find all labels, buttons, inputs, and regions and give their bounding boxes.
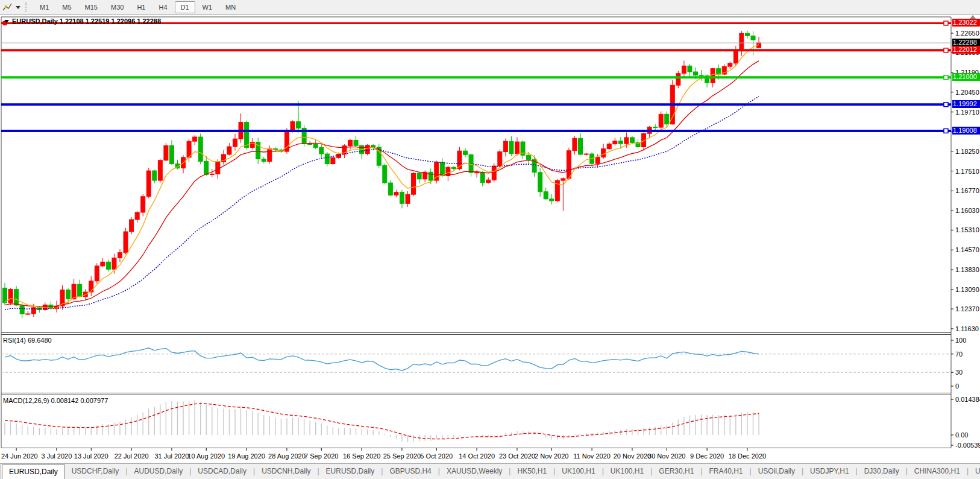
candle-body (653, 127, 658, 128)
timeframe-button-D1[interactable]: D1 (175, 1, 195, 13)
candle-body (618, 141, 623, 144)
candle-body (711, 69, 715, 83)
chart-tab-UK100-H1[interactable]: UK100,H1 (555, 464, 602, 479)
timeframe-button-M30[interactable]: M30 (105, 1, 130, 13)
candle-body (498, 152, 502, 167)
level-line-anchor (944, 48, 948, 52)
timeframe-toolbar: M1M5M15M30H1H4D1W1MN (0, 0, 980, 15)
chart-tab-USDCAD-Daily[interactable]: USDCAD,Daily (191, 464, 253, 479)
timeframe-button-M1[interactable]: M1 (34, 1, 55, 13)
price-tick-label: 1.21190 (955, 69, 979, 76)
chart-tab-USDCNH-Daily[interactable]: USDCNH,Daily (255, 464, 317, 479)
price-tick-label: 1.16030 (955, 207, 979, 214)
drawing-tool-button[interactable] (0, 0, 23, 14)
date-tick-label: 7 Sep 2020 (304, 452, 338, 460)
candle-body (550, 199, 554, 201)
chart-tab-UK100-H1[interactable]: UK100,H1 (604, 464, 650, 479)
candle-body (8, 290, 13, 303)
chart-tab-bar: EURUSD,DailyUSDCHF,Daily|AUDUSD,Daily|US… (0, 463, 980, 479)
candle-body (348, 140, 353, 145)
macd-signal-line (5, 404, 759, 439)
timeframe-button-M5[interactable]: M5 (56, 1, 77, 13)
candle-body (365, 145, 369, 154)
chevron-down-icon (16, 6, 20, 9)
chart-tab-DJ30-Daily[interactable]: DJ30,Daily (858, 464, 906, 479)
chart-tab-AUDUSD-Daily[interactable]: AUDUSD,Daily (128, 464, 190, 479)
price-tick-label: 1.21930 (955, 49, 979, 56)
date-tick-label: 18 Dec 2020 (729, 452, 766, 460)
candle-body (751, 36, 755, 40)
toolbar-grip[interactable] (25, 2, 28, 12)
candle-body (268, 149, 272, 162)
candle-body (492, 166, 496, 180)
chart-tab-EURUSD-Daily[interactable]: EURUSD,Daily (2, 465, 65, 479)
candle-body (204, 162, 209, 175)
timeframe-button-H4[interactable]: H4 (152, 1, 173, 13)
chart-tab-US[interactable]: US (969, 464, 980, 479)
date-tick-label: 14 Oct 2020 (459, 452, 495, 460)
candle-body (688, 66, 692, 72)
candle-body (152, 171, 157, 180)
rsi-line (5, 348, 759, 370)
rsi-axis: 10070300 (951, 337, 966, 390)
date-tick-label: 16 Sep 2020 (343, 452, 380, 460)
candle-body (112, 258, 116, 270)
chart-tab-FRA40-H1[interactable]: FRA40,H1 (702, 464, 749, 479)
ma-fast-line (5, 45, 759, 308)
candle-body (694, 72, 698, 75)
candle-body (354, 140, 358, 145)
candle-body (567, 151, 571, 179)
level-line-anchor (944, 103, 948, 107)
candle-body (291, 122, 295, 130)
macd-axis: 0.0143840.00-0.005396 (951, 396, 980, 449)
level-line-anchor (944, 21, 948, 25)
date-tick-label: 25 Sep 2020 (383, 452, 421, 460)
candle-body (78, 284, 82, 296)
chart-tab-GER30-H1[interactable]: GER30,H1 (652, 464, 700, 479)
candle-body (158, 160, 162, 180)
chart-canvas[interactable]: 1.226501.219301.211901.204501.197101.189… (0, 15, 980, 463)
chart-tab-GBPUSD-H4[interactable]: GBPUSD,H4 (383, 464, 438, 479)
timeframe-button-W1[interactable]: W1 (196, 1, 219, 13)
date-axis: 24 Jun 20203 Jul 202013 Jul 202022 Jul 2… (1, 448, 766, 460)
candle-body (630, 138, 634, 142)
chart-tab-HK50-H1[interactable]: HK50,H1 (510, 464, 553, 479)
date-tick-label: 9 Dec 2020 (690, 452, 724, 460)
candle-body (383, 165, 387, 183)
candle-body (325, 154, 329, 163)
candle-body (412, 174, 416, 195)
ma-slow-line (5, 97, 759, 310)
candle-body (733, 51, 738, 63)
price-axis: 1.226501.219301.211901.204501.197101.189… (951, 30, 979, 332)
candle-body (451, 167, 456, 168)
chart-tab-EURUSD-Daily[interactable]: EURUSD,Daily (319, 464, 382, 479)
candle-body (187, 141, 191, 157)
candle-body (676, 74, 680, 86)
candle-body (210, 174, 214, 174)
chart-tab-USOil-Daily[interactable]: USOil,Daily (752, 464, 802, 479)
chart-window[interactable]: 1.226501.219301.211901.204501.197101.189… (0, 15, 980, 463)
candle-body (3, 288, 7, 302)
chart-tab-USDCHF-Daily[interactable]: USDCHF,Daily (65, 464, 126, 479)
price-tick-label: 1.13090 (955, 286, 979, 293)
pane-frames (1, 17, 951, 448)
timeframe-button-MN[interactable]: MN (219, 1, 242, 13)
chart-tab-USDJPY-H1[interactable]: USDJPY,H1 (803, 464, 855, 479)
candle-body (146, 171, 151, 197)
candle-body (66, 290, 71, 299)
candle-body (717, 69, 721, 74)
chart-tab-CHINA300-H1[interactable]: CHINA300,H1 (908, 464, 967, 479)
candle-body (313, 145, 318, 148)
candle-body (233, 139, 237, 147)
candle-body (371, 145, 375, 147)
candle-body (440, 162, 444, 176)
price-tick-label: 1.17510 (955, 168, 979, 175)
macd-tick-label: 0.00 (955, 431, 968, 439)
candle-body (135, 212, 139, 220)
timeframe-button-H1[interactable]: H1 (131, 1, 151, 13)
chart-tab-XAUUSD-Weekly[interactable]: XAUUSD,Weekly (440, 464, 509, 479)
macd-histogram (5, 400, 759, 442)
date-tick-label: 30 Nov 2020 (648, 452, 685, 460)
level-line-left-anchor (3, 21, 7, 25)
timeframe-button-M15[interactable]: M15 (79, 1, 104, 13)
